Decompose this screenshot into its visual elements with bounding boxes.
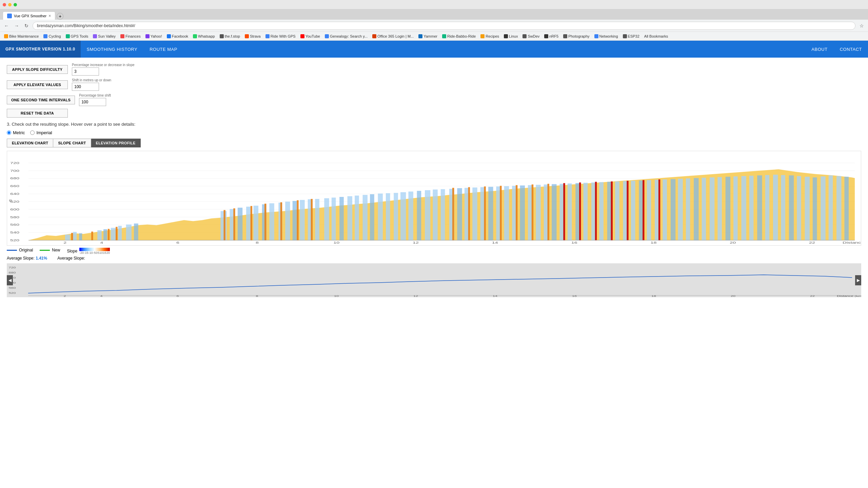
- apply-elevate-btn[interactable]: APPLY ELEVATE VALUES: [7, 80, 68, 89]
- elevate-input-group: Shift in metres up or down: [72, 78, 111, 91]
- tab-close-btn[interactable]: ×: [48, 14, 51, 18]
- svg-rect-69: [417, 191, 421, 240]
- reset-btn[interactable]: RESET THE DATA: [7, 109, 68, 118]
- new-tab-btn[interactable]: +: [57, 13, 63, 20]
- svg-rect-30: [118, 226, 122, 240]
- svg-text:560: 560: [8, 287, 16, 289]
- one-second-btn[interactable]: ONE SECOND TIME INTERVALS: [7, 96, 75, 104]
- bm-youtube[interactable]: YouTube: [298, 34, 322, 39]
- reset-row: RESET THE DATA: [7, 109, 861, 118]
- svg-rect-130: [789, 175, 794, 240]
- active-tab[interactable]: Vue GPX Smoother ×: [3, 12, 55, 20]
- bm-photography[interactable]: Photography: [561, 34, 591, 39]
- tab-elevation-chart[interactable]: ELEVATION CHART: [7, 139, 53, 147]
- svg-rect-49: [315, 199, 319, 240]
- route-map-link[interactable]: ROUTE MAP: [143, 41, 183, 58]
- about-link[interactable]: ABOUT: [805, 41, 833, 58]
- bm-nrf5[interactable]: nRF5: [542, 34, 560, 39]
- svg-rect-126: [757, 175, 762, 240]
- bm-yammer[interactable]: Yammer: [416, 34, 439, 39]
- svg-rect-47: [300, 200, 304, 240]
- bm-finances[interactable]: Finances: [118, 34, 143, 39]
- metric-radio[interactable]: [7, 130, 11, 135]
- svg-rect-55: [297, 200, 298, 240]
- elevation-svg: 520 540 560 580 600 620 640 660 680 700 …: [7, 151, 861, 245]
- metric-radio-label[interactable]: Metric: [7, 130, 25, 135]
- imperial-radio[interactable]: [30, 130, 35, 135]
- bm-linux[interactable]: Linux: [502, 34, 520, 39]
- bm-whatsapp[interactable]: Whatsapp: [191, 34, 217, 39]
- svg-rect-108: [671, 179, 675, 240]
- bookmark-btn[interactable]: ☆: [858, 22, 865, 29]
- bm-thefstop[interactable]: the.f.stop: [218, 34, 242, 39]
- svg-text:2: 2: [63, 241, 66, 244]
- address-bar-row: ← → ↻ brendazysman.com/Biking/smoother-b…: [0, 20, 868, 32]
- bm-esp32[interactable]: ESP32: [621, 34, 642, 39]
- bm-sun-valley[interactable]: Sun Valley: [91, 34, 118, 39]
- bm-bike-maintenance[interactable]: Bike Maintenance: [2, 34, 41, 39]
- svg-rect-134: [821, 176, 825, 240]
- bm-office365[interactable]: Office 365 Login | M...: [370, 34, 416, 39]
- imperial-radio-label[interactable]: Imperial: [30, 130, 52, 135]
- legend-original: Original: [7, 248, 33, 252]
- svg-rect-135: [829, 175, 833, 240]
- bm-yahoo[interactable]: Yahoo!: [143, 34, 164, 39]
- svg-rect-121: [717, 177, 722, 240]
- content-area: APPLY SLOPE DIFFICULTY Percentage increa…: [0, 58, 868, 303]
- svg-rect-50: [223, 210, 225, 240]
- bm-cycling[interactable]: Cycling: [41, 34, 63, 39]
- address-bar[interactable]: brendazysman.com/Biking/smoother-beta/in…: [33, 22, 855, 30]
- svg-text:660: 660: [10, 184, 19, 188]
- bm-recipes[interactable]: Recipes: [478, 34, 501, 39]
- bm-ridewithgps[interactable]: Ride With GPS: [263, 34, 298, 39]
- mini-nav-right-btn[interactable]: ▶: [855, 275, 861, 285]
- svg-text:680: 680: [10, 177, 19, 180]
- time-intervals-row: ONE SECOND TIME INTERVALS Percentage tim…: [7, 94, 861, 106]
- svg-rect-151: [7, 263, 861, 297]
- svg-rect-76: [472, 187, 477, 240]
- svg-rect-109: [563, 183, 565, 240]
- svg-rect-105: [647, 180, 651, 240]
- elevate-input[interactable]: [72, 83, 99, 91]
- bm-facebook[interactable]: Facebook: [165, 34, 190, 39]
- bm-swdev[interactable]: SwDev: [520, 34, 541, 39]
- svg-text:8: 8: [256, 241, 259, 244]
- svg-text:520: 520: [8, 292, 16, 294]
- reload-btn[interactable]: ↻: [23, 22, 30, 29]
- slope-difficulty-row: APPLY SLOPE DIFFICULTY Percentage increa…: [7, 63, 861, 76]
- controls-section: APPLY SLOPE DIFFICULTY Percentage increa…: [7, 63, 861, 118]
- bm-genealogy[interactable]: Genealogy: Search y...: [323, 34, 370, 39]
- bm-networking[interactable]: Networking: [592, 34, 620, 39]
- slope-input[interactable]: [72, 67, 99, 76]
- bm-gps-tools[interactable]: GPS Tools: [64, 34, 91, 39]
- svg-rect-88: [468, 187, 470, 240]
- bm-strava[interactable]: Strava: [243, 34, 263, 39]
- svg-rect-28: [103, 229, 107, 240]
- bm-all-bookmarks[interactable]: All Bookmarks: [642, 34, 670, 39]
- svg-text:4: 4: [100, 241, 103, 244]
- time-input[interactable]: [79, 98, 106, 106]
- svg-rect-64: [378, 194, 383, 240]
- svg-rect-60: [348, 196, 352, 240]
- back-btn[interactable]: ←: [3, 22, 10, 29]
- svg-rect-46: [293, 201, 297, 240]
- forward-btn[interactable]: →: [13, 22, 20, 29]
- svg-rect-132: [805, 177, 810, 240]
- tab-slope-chart[interactable]: SLOPE CHART: [53, 139, 91, 147]
- apply-slope-btn[interactable]: APPLY SLOPE DIFFICULTY: [7, 65, 68, 74]
- bm-ridebabboride[interactable]: Ride-Babbo-Ride: [440, 34, 478, 39]
- slope-input-group: Percentage increase or decrease in slope: [72, 63, 135, 76]
- mini-nav-left-btn[interactable]: ◀: [7, 275, 13, 285]
- tab-elevation-profile[interactable]: ELEVATION PROFILE: [91, 139, 141, 147]
- time-input-group: Percentage time shift: [79, 94, 111, 106]
- svg-text:20: 20: [731, 295, 735, 297]
- contact-link[interactable]: CONTACT: [834, 41, 868, 58]
- new-label: New: [52, 248, 60, 252]
- smoothing-history-link[interactable]: SMOOTHING HISTORY: [81, 41, 144, 58]
- nav-right: ABOUT CONTACT: [805, 41, 868, 58]
- svg-rect-117: [686, 178, 690, 240]
- elevate-label: Shift in metres up or down: [72, 78, 111, 82]
- svg-rect-66: [394, 193, 398, 240]
- svg-rect-71: [433, 189, 437, 240]
- avg-slope-original-value: 1.41%: [36, 256, 47, 261]
